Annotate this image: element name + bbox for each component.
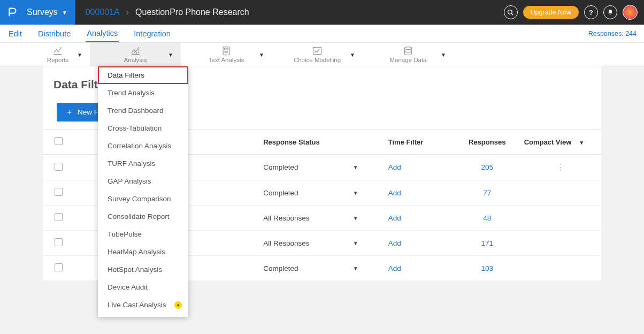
analysis-menu-item[interactable]: Data Filters xyxy=(98,66,188,84)
row-time-filter[interactable]: Add xyxy=(384,256,455,281)
row-checkbox[interactable] xyxy=(55,213,63,221)
analysis-menu-item[interactable]: HeatMap Analysis xyxy=(98,243,188,261)
caret-down-icon: ▼ xyxy=(259,51,264,57)
col-view[interactable]: Compact View▼ xyxy=(520,130,601,155)
caret-down-icon: ▼ xyxy=(350,51,355,57)
survey-id[interactable]: 000001A xyxy=(86,7,120,17)
survey-name: QuestionPro Phone Research xyxy=(135,7,249,17)
select-all-checkbox[interactable] xyxy=(55,137,63,145)
toolbar-choice-modelling[interactable]: Choice Modelling ▼ xyxy=(272,43,363,66)
tab-edit[interactable]: Edit xyxy=(7,26,23,42)
row-checkbox[interactable] xyxy=(55,263,63,271)
tab-integration[interactable]: Integration xyxy=(133,26,172,42)
toolbar-analysis[interactable]: Analysis ▼ xyxy=(90,43,181,66)
analysis-menu-item[interactable]: Cross-Tabulation xyxy=(98,119,188,137)
col-time: Time Filter xyxy=(384,130,455,155)
breadcrumb: 000001A › QuestionPro Phone Research xyxy=(75,7,249,17)
header-right: Upgrade Now ? xyxy=(504,5,644,20)
analytics-toolbar: Reports ▼ Analysis ▼ Text Analysis ▼ Cho… xyxy=(0,43,644,66)
search-button[interactable] xyxy=(504,5,518,19)
app-logo[interactable] xyxy=(0,0,25,25)
row-more-menu[interactable] xyxy=(520,231,601,256)
analysis-menu-item[interactable]: GAP Analysis xyxy=(98,172,188,190)
row-checkbox[interactable] xyxy=(55,188,63,196)
svg-rect-3 xyxy=(313,47,321,54)
caret-down-icon: ▼ xyxy=(62,10,67,16)
caret-down-icon: ▼ xyxy=(353,190,358,196)
analysis-menu-item[interactable]: TURF Analysis xyxy=(98,155,188,172)
user-avatar[interactable] xyxy=(623,5,638,20)
analysis-menu-item[interactable]: Trend Analysis xyxy=(98,84,188,102)
analysis-menu-item[interactable]: Survey Comparison xyxy=(98,190,188,208)
row-responses[interactable]: 103 xyxy=(455,256,520,281)
caret-down-icon: ▼ xyxy=(77,51,82,57)
caret-down-icon: ▼ xyxy=(353,240,358,246)
page-content: Data Filter ＋ New Filter Response Status… xyxy=(0,66,644,281)
svg-point-0 xyxy=(508,10,512,14)
caret-down-icon: ▼ xyxy=(353,265,358,271)
analysis-menu-item[interactable]: Device Audit xyxy=(98,278,188,296)
caret-down-icon: ▼ xyxy=(168,51,173,57)
row-status[interactable]: Completed▼ xyxy=(259,155,384,180)
caret-down-icon: ▼ xyxy=(353,215,358,221)
row-checkbox[interactable] xyxy=(55,238,63,246)
col-responses: Responses xyxy=(455,130,520,155)
row-status[interactable]: All Responses▼ xyxy=(259,206,384,231)
toolbar-reports[interactable]: Reports ▼ xyxy=(26,43,90,66)
row-more-menu[interactable] xyxy=(520,206,601,231)
analysis-dropdown: Data FiltersTrend AnalysisTrend Dashboar… xyxy=(98,66,188,317)
row-time-filter[interactable]: Add xyxy=(384,180,455,206)
row-responses[interactable]: 48 xyxy=(455,206,520,231)
caret-down-icon: ▼ xyxy=(579,140,584,146)
row-status[interactable]: Completed▼ xyxy=(259,256,384,281)
plus-icon: ＋ xyxy=(65,107,73,117)
analysis-menu-item[interactable]: Trend Dashboard xyxy=(98,102,188,119)
row-time-filter[interactable]: Add xyxy=(384,231,455,256)
col-status: Response Status xyxy=(259,130,384,155)
surveys-dropdown[interactable]: Surveys ▼ xyxy=(25,0,75,25)
row-responses[interactable]: 205 xyxy=(455,155,520,180)
row-time-filter[interactable]: Add xyxy=(384,155,455,180)
analysis-menu-item[interactable]: Correlation Analysis xyxy=(98,137,188,155)
row-more-menu[interactable]: ⋮ xyxy=(520,155,601,180)
lightbulb-icon: ● xyxy=(174,301,182,309)
toolbar-manage-data[interactable]: Manage Data ▼ xyxy=(363,43,454,66)
analysis-menu-item[interactable]: Live Cast Analysis● xyxy=(98,296,188,314)
analysis-menu-item[interactable]: HotSpot Analysis xyxy=(98,261,188,278)
col-checkbox xyxy=(43,130,74,155)
upgrade-button[interactable]: Upgrade Now xyxy=(523,6,579,19)
row-responses[interactable]: 171 xyxy=(455,231,520,256)
row-more-menu[interactable] xyxy=(520,256,601,281)
surveys-label: Surveys xyxy=(27,7,58,17)
top-header: Surveys ▼ 000001A › QuestionPro Phone Re… xyxy=(0,0,644,25)
svg-rect-2 xyxy=(225,48,228,50)
analysis-menu-item[interactable]: TubePulse xyxy=(98,225,188,243)
svg-point-4 xyxy=(404,47,411,50)
row-status[interactable]: All Responses▼ xyxy=(259,231,384,256)
analysis-menu-item[interactable]: Consolidate Report xyxy=(98,208,188,225)
row-responses[interactable]: 77 xyxy=(455,180,520,206)
row-status[interactable]: Completed▼ xyxy=(259,180,384,206)
caret-down-icon: ▼ xyxy=(353,164,358,170)
help-button[interactable]: ? xyxy=(584,5,598,19)
row-more-menu[interactable] xyxy=(520,180,601,206)
tab-distribute[interactable]: Distribute xyxy=(37,26,72,42)
toolbar-text-analysis[interactable]: Text Analysis ▼ xyxy=(181,43,272,66)
caret-down-icon: ▼ xyxy=(441,51,446,57)
row-checkbox[interactable] xyxy=(55,163,63,171)
tab-analytics[interactable]: Analytics xyxy=(86,25,119,42)
chevron-right-icon: › xyxy=(126,7,129,17)
responses-count[interactable]: Responses: 244 xyxy=(588,30,637,37)
nav-tabs: Edit Distribute Analytics Integration Re… xyxy=(0,25,644,43)
notifications-button[interactable] xyxy=(603,5,617,19)
row-time-filter[interactable]: Add xyxy=(384,206,455,231)
